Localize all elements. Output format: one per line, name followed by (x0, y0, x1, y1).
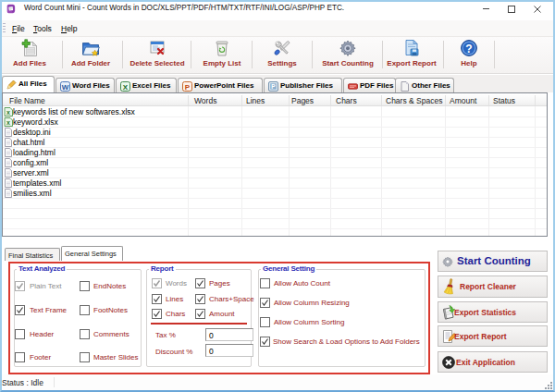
svg-text:?: ? (465, 43, 472, 55)
svg-text:P: P (271, 83, 276, 90)
svg-text:X: X (123, 83, 129, 92)
svg-text:x: x (6, 109, 10, 116)
svg-text:W: W (62, 83, 69, 92)
svg-text:P: P (185, 83, 191, 92)
svg-text:x: x (6, 119, 10, 126)
